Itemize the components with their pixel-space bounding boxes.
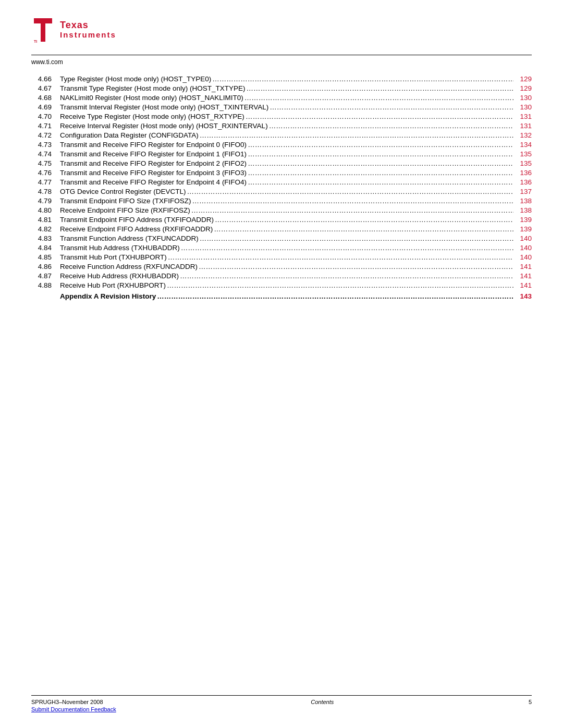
toc-title: Transmit and Receive FIFO Register for E… <box>60 150 247 158</box>
toc-title: Transmit Function Address (TXFUNCADDR) <box>60 235 199 242</box>
toc-row: 4.88Receive Hub Port (RXHUBPORT) …………………… <box>31 280 532 290</box>
toc-title: Receive Interval Register (Host mode onl… <box>60 122 268 130</box>
toc-page[interactable]: 136 <box>513 178 532 186</box>
toc-number: 4.79 <box>31 197 60 205</box>
toc-title: Transmit Endpoint FIFO Address (TXFIFOAD… <box>60 216 214 224</box>
toc-row: 4.70Receive Type Register (Host mode onl… <box>31 112 532 121</box>
toc-dots: …………………………………………………………………………………………………………… <box>199 235 513 242</box>
toc-page[interactable]: 130 <box>513 103 532 111</box>
toc-dots: …………………………………………………………………………………………………………… <box>243 94 513 102</box>
toc-page[interactable]: 132 <box>513 131 532 139</box>
toc-dots: …………………………………………………………………………………………………………… <box>247 178 513 186</box>
toc-page[interactable]: 141 <box>513 281 532 289</box>
logo-instruments: Instruments <box>60 31 116 40</box>
toc-row: 4.67Transmit Type Register (Host mode on… <box>31 83 532 93</box>
toc-page[interactable]: 135 <box>513 159 532 167</box>
toc-page[interactable]: 137 <box>513 188 532 195</box>
toc-dots: …………………………………………………………………………………………………………… <box>246 84 513 92</box>
toc-dots: …………………………………………………………………………………………………………… <box>211 75 513 83</box>
toc-page[interactable]: 129 <box>513 75 532 83</box>
toc-number: 4.71 <box>31 122 60 130</box>
toc-row: 4.85Transmit Hub Port (TXHUBPORT) ………………… <box>31 252 532 262</box>
toc-row: 4.82Receive Endpoint FIFO Address (RXFIF… <box>31 224 532 233</box>
toc-page[interactable]: 138 <box>513 206 532 214</box>
website-url: www.ti.com <box>31 58 63 66</box>
toc-row: 4.74Transmit and Receive FIFO Register f… <box>31 149 532 158</box>
toc-dots: …………………………………………………………………………………………………………… <box>213 225 513 233</box>
toc-title: Transmit and Receive FIFO Register for E… <box>60 169 247 177</box>
toc-dots: …………………………………………………………………………………………………………… <box>214 216 513 224</box>
toc-dots: …………………………………………………………………………………………………………… <box>179 272 513 280</box>
toc-row: 4.78OTG Device Control Register (DEVCTL)… <box>31 187 532 196</box>
toc-number: 4.74 <box>31 150 60 158</box>
toc-row: 4.71Receive Interval Register (Host mode… <box>31 121 532 130</box>
toc-page[interactable]: 141 <box>513 263 532 270</box>
appendix-dots: …………………………………………………………………………………………………………… <box>156 292 513 300</box>
toc-page[interactable]: 139 <box>513 216 532 224</box>
appendix-title: Appendix A Revision History <box>60 292 156 300</box>
toc-title: OTG Device Control Register (DEVCTL) <box>60 188 186 195</box>
toc-page[interactable]: 130 <box>513 94 532 102</box>
submit-feedback-link[interactable]: Submit Documentation Feedback <box>31 706 116 712</box>
toc-dots: …………………………………………………………………………………………………………… <box>247 159 513 167</box>
toc-dots: …………………………………………………………………………………………………………… <box>247 150 513 158</box>
page-container: TI Texas Instruments www.ti.com 4.66Type… <box>0 0 563 728</box>
toc-number: 4.69 <box>31 103 60 111</box>
toc-title: Transmit and Receive FIFO Register for E… <box>60 159 247 167</box>
toc-dots: …………………………………………………………………………………………………………… <box>167 253 513 261</box>
toc-page[interactable]: 141 <box>513 272 532 280</box>
toc-page[interactable]: 136 <box>513 169 532 177</box>
toc-number: 4.66 <box>31 75 60 83</box>
toc-dots: …………………………………………………………………………………………………………… <box>247 141 513 149</box>
toc-title: Transmit Hub Port (TXHUBPORT) <box>60 253 167 261</box>
toc-title: Configuration Data Register (CONFIGDATA) <box>60 131 199 139</box>
toc-page[interactable]: 129 <box>513 84 532 92</box>
toc-number: 4.84 <box>31 244 60 252</box>
toc-number: 4.81 <box>31 216 60 224</box>
toc-title: Transmit and Receive FIFO Register for E… <box>60 178 247 186</box>
toc-number: 4.67 <box>31 84 60 92</box>
toc-number: 4.85 <box>31 253 60 261</box>
toc-page[interactable]: 140 <box>513 253 532 261</box>
header: TI Texas Instruments <box>31 16 532 44</box>
toc-row: 4.86Receive Function Address (RXFUNCADDR… <box>31 262 532 271</box>
toc-row: 4.73Transmit and Receive FIFO Register f… <box>31 140 532 149</box>
toc-title: Type Register (Host mode only) (HOST_TYP… <box>60 75 211 83</box>
toc-number: 4.86 <box>31 263 60 270</box>
toc-dots: …………………………………………………………………………………………………………… <box>180 244 513 252</box>
toc-row: 4.79Transmit Endpoint FIFO Size (TXFIFOS… <box>31 196 532 205</box>
toc-row: 4.84Transmit Hub Address (TXHUBADDR) ………… <box>31 243 532 252</box>
toc-page[interactable]: 139 <box>513 225 532 233</box>
toc-dots: …………………………………………………………………………………………………………… <box>244 113 513 120</box>
toc-page[interactable]: 135 <box>513 150 532 158</box>
toc-page[interactable]: 140 <box>513 235 532 242</box>
website-bar: www.ti.com <box>31 55 532 69</box>
section-label-text: Contents <box>311 699 334 705</box>
toc-page[interactable]: 140 <box>513 244 532 252</box>
footer: SPRUGH3–November 2008 Submit Documentati… <box>31 695 532 712</box>
toc-container: 4.66Type Register (Host mode only) (HOST… <box>31 74 532 302</box>
toc-dots: …………………………………………………………………………………………………………… <box>268 122 513 130</box>
toc-section: 4.66Type Register (Host mode only) (HOST… <box>31 74 532 302</box>
toc-page[interactable]: 131 <box>513 113 532 120</box>
toc-title: Receive Function Address (RXFUNCADDR) <box>60 263 198 270</box>
toc-number: 4.72 <box>31 131 60 139</box>
footer-section-label: Contents <box>311 699 334 705</box>
toc-dots: …………………………………………………………………………………………………………… <box>268 103 513 111</box>
toc-page[interactable]: 138 <box>513 197 532 205</box>
toc-dots: …………………………………………………………………………………………………………… <box>199 131 513 139</box>
toc-row: 4.77Transmit and Receive FIFO Register f… <box>31 177 532 187</box>
toc-row: 4.87Receive Hub Address (RXHUBADDR) …………… <box>31 271 532 280</box>
toc-row: 4.66Type Register (Host mode only) (HOST… <box>31 74 532 83</box>
footer-page-number: 5 <box>529 699 532 705</box>
toc-dots: …………………………………………………………………………………………………………… <box>191 197 513 205</box>
toc-dots: …………………………………………………………………………………………………………… <box>247 169 513 177</box>
toc-page[interactable]: 131 <box>513 122 532 130</box>
toc-title: Transmit Type Register (Host mode only) … <box>60 84 246 92</box>
toc-title: Transmit and Receive FIFO Register for E… <box>60 141 247 149</box>
appendix-page[interactable]: 143 <box>513 292 532 300</box>
toc-row: 4.76Transmit and Receive FIFO Register f… <box>31 168 532 177</box>
toc-row: 4.81Transmit Endpoint FIFO Address (TXFI… <box>31 215 532 224</box>
toc-page[interactable]: 134 <box>513 141 532 149</box>
logo-texas: Texas <box>60 20 116 31</box>
